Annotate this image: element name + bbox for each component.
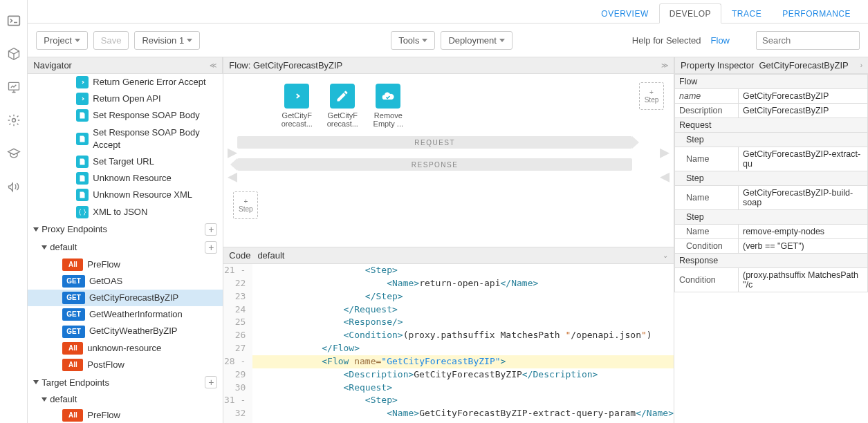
code-line[interactable]: 28 - <Flow name="GetCityForecastByZIP"> (223, 355, 674, 368)
policy-icon (76, 133, 89, 145)
tab-overview[interactable]: OVERVIEW (591, 3, 658, 24)
add-button[interactable]: + (205, 376, 217, 388)
policy-item[interactable]: Set Response SOAP Body (28, 107, 223, 124)
gear-icon[interactable] (7, 113, 21, 127)
property-row: NameGetCityForecastByZIP-extract-qu (675, 147, 868, 171)
section-row[interactable]: default+ (28, 238, 223, 256)
flow-item[interactable]: AllPostFlow (28, 357, 223, 373)
code-header: Code default ⌄ (223, 247, 674, 264)
code-collapse-icon[interactable]: ⌄ (663, 252, 668, 259)
save-button[interactable]: Save (93, 31, 129, 50)
package-icon[interactable] (7, 47, 21, 61)
property-row: Response (675, 254, 868, 268)
tab-develop[interactable]: DEVELOP (659, 3, 721, 24)
collapse-icon[interactable]: ≪ (210, 62, 216, 69)
flow-label: PreFlow (87, 258, 120, 271)
flow-item[interactable]: GETGetOAS (28, 273, 223, 290)
megaphone-icon[interactable] (7, 180, 21, 194)
code-line[interactable]: 26 <Condition>(proxy.pathsuffix MatchesP… (223, 329, 674, 342)
flow-label: GetCityForecastByZIP (89, 292, 178, 304)
flow-item[interactable]: GETGetCityWeatherByZIP (28, 323, 223, 339)
property-row: DescriptionGetCityForecastByZIP (675, 104, 868, 118)
help-link[interactable]: Flow (711, 35, 730, 46)
flow-item[interactable]: AllPreFlow (28, 407, 223, 423)
tab-trace[interactable]: TRACE (721, 3, 772, 24)
code-line[interactable]: 32 <Name>GetCityForecastByZIP-extract-qu… (223, 407, 674, 420)
policy-icon (76, 172, 89, 185)
code-line[interactable]: 29 <Description>GetCityForecastByZIP</De… (223, 368, 674, 382)
policy-item[interactable]: Set Response SOAP Body Accept (28, 124, 223, 153)
add-button[interactable]: + (205, 241, 217, 254)
policy-icon (284, 84, 309, 109)
method-badge: GET (62, 326, 85, 338)
policy-label: XML to JSON (93, 206, 147, 218)
code-line[interactable]: 21 - <Step> (223, 264, 674, 277)
policy-label: Set Response SOAP Body (93, 109, 199, 122)
search-input[interactable] (756, 31, 860, 50)
policy-item[interactable]: Unknown Resource XML (28, 187, 223, 203)
policy-label: Return Generic Error Accept (93, 76, 205, 88)
arrow-right-response-icon: ◂ (660, 164, 670, 187)
code-line[interactable]: 31 - <Step> (223, 394, 674, 407)
flow-item[interactable]: Allunknown-resource (28, 340, 223, 357)
tab-performance[interactable]: PERFORMANCE (772, 3, 861, 24)
policy-item[interactable]: Return Open API (28, 91, 223, 107)
code-tab-default[interactable]: default (257, 250, 284, 261)
property-row: Condition(proxy.pathsuffix MatchesPath "… (675, 268, 868, 292)
code-line[interactable]: 23 </Step> (223, 290, 674, 303)
revision-menu[interactable]: Revision 1 (134, 31, 200, 50)
code-editor[interactable]: 21 - <Step>22 <Name>return-open-api</Nam… (223, 264, 674, 423)
flow-item[interactable]: GETGetCityForecastByZIP (28, 290, 223, 306)
policy-label: RemoveEmpty ... (369, 111, 407, 128)
section-row[interactable]: Proxy Endpoints+ (28, 220, 223, 238)
flow-canvas: +Step +Step GetCityForecast...GetCityFor… (223, 74, 674, 247)
method-badge: GET (62, 275, 85, 288)
inspector-expand-icon[interactable]: › (860, 62, 862, 69)
graduation-icon[interactable] (7, 147, 21, 160)
flow-policy[interactable]: RemoveEmpty ... (370, 84, 406, 128)
flow-item[interactable]: GETGetWeatherInformation (28, 306, 223, 323)
chevron-down-icon (41, 245, 47, 250)
help-label: Help for Selected (632, 35, 701, 46)
code-tab[interactable]: Code (229, 250, 250, 261)
policy-icon (330, 84, 355, 109)
property-row: Flow (675, 75, 868, 89)
flow-label: GetCityWeatherByZIP (89, 325, 178, 337)
section-row[interactable]: Target Endpoints+ (28, 373, 223, 391)
add-button[interactable]: + (205, 223, 217, 236)
inspector-header: Property Inspector GetCityForecastByZIP … (674, 57, 868, 74)
code-line[interactable]: 24 </Request> (223, 303, 674, 317)
property-row: nameGetCityForecastByZIP (675, 89, 868, 104)
add-step-request[interactable]: +Step (639, 82, 664, 110)
policy-icon (76, 93, 89, 105)
flow-collapse-icon[interactable]: ≫ (661, 62, 668, 69)
property-row: Step (675, 133, 868, 147)
code-line[interactable]: 22 <Name>return-open-api</Name> (223, 277, 674, 290)
deployment-menu[interactable]: Deployment (441, 31, 512, 50)
code-line[interactable]: 27 </Flow> (223, 342, 674, 355)
chevron-down-icon (33, 227, 39, 232)
method-badge: All (62, 359, 83, 371)
analytics-icon[interactable] (7, 80, 21, 94)
add-step-response[interactable]: +Step (233, 191, 258, 219)
code-line[interactable]: 30 <Request> (223, 382, 674, 395)
navigator-panel: Navigator ≪ Return Generic Error AcceptR… (28, 57, 223, 423)
policy-item[interactable]: Set Target URL (28, 153, 223, 170)
code-line[interactable]: 25 <Response/> (223, 316, 674, 329)
chevron-down-icon (33, 380, 39, 384)
policy-item[interactable]: Return Generic Error Accept (28, 74, 223, 91)
policy-item[interactable]: XML to JSON (28, 204, 223, 220)
flow-policy[interactable]: GetCityForecast... (279, 84, 315, 128)
terminal-icon[interactable] (7, 14, 21, 28)
flow-policy[interactable]: GetCityForecast... (324, 84, 360, 128)
arrow-right-icon: ▸ (660, 140, 670, 163)
code-line[interactable]: 33 </Step> (223, 420, 674, 423)
method-badge: GET (62, 308, 85, 321)
policy-item[interactable]: Unknown Resource (28, 170, 223, 187)
flow-label: GetOAS (89, 275, 122, 288)
section-row[interactable]: default (28, 391, 223, 407)
flow-item[interactable]: AllPreFlow (28, 256, 223, 273)
policy-label: Return Open API (93, 93, 160, 105)
project-menu[interactable]: Project (36, 31, 87, 50)
tools-menu[interactable]: Tools (391, 31, 435, 50)
